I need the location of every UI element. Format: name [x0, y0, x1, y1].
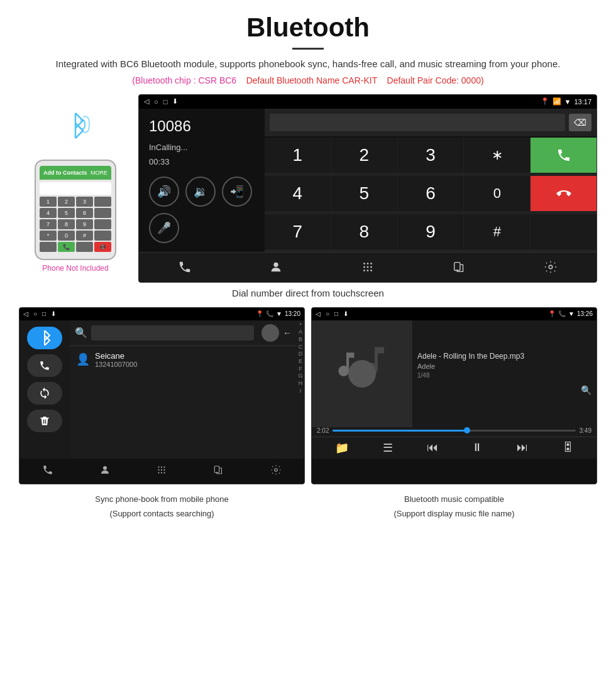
- pb-nav-transfer[interactable]: [213, 464, 224, 478]
- music-time-total: 3:49: [580, 427, 591, 434]
- bluetooth-icon-area: [57, 107, 94, 153]
- captions-row: Sync phone-book from mobile phone (Suppo…: [19, 491, 597, 521]
- phone-key-4[interactable]: 4: [40, 208, 57, 218]
- music-square-icon[interactable]: □: [334, 310, 338, 317]
- numpad-1[interactable]: 1: [265, 138, 331, 173]
- home-icon[interactable]: ○: [154, 98, 158, 106]
- dial-input-row: ⌫: [265, 109, 597, 136]
- phone-key-empty2: [94, 208, 111, 218]
- music-prev-button[interactable]: ⏮: [427, 441, 438, 454]
- music-back-icon[interactable]: ◁: [316, 310, 321, 317]
- numpad-2[interactable]: 2: [331, 138, 397, 173]
- pb-nav-contacts[interactable]: [99, 464, 111, 478]
- pb-nav-settings[interactable]: [270, 464, 282, 478]
- caption-phonebook: Sync phone-book from mobile phone (Suppo…: [19, 491, 305, 521]
- caption-music-line1: Bluetooth music compatible: [311, 494, 597, 505]
- numpad-zero[interactable]: 0: [464, 176, 530, 211]
- numpad-hash[interactable]: #: [464, 214, 530, 249]
- bluetooth-icon: [38, 330, 51, 346]
- svg-point-9: [367, 270, 369, 271]
- phone-label: Phone Not Included: [42, 264, 108, 273]
- pb-nav-dialpad[interactable]: [156, 464, 167, 478]
- music-eq-button[interactable]: 🎛: [562, 441, 573, 454]
- phone-key-1[interactable]: 1: [40, 197, 57, 207]
- music-next-button[interactable]: ⏭: [517, 441, 528, 454]
- back-icon[interactable]: ◁: [144, 97, 149, 106]
- pb-delete-btn[interactable]: [27, 410, 62, 432]
- numpad-call-button[interactable]: [531, 138, 597, 173]
- pb-bluetooth-btn[interactable]: [27, 327, 62, 349]
- music-status-time: 13:26: [577, 310, 593, 317]
- page-container: Bluetooth Integrated with BC6 Bluetooth …: [0, 0, 616, 533]
- dial-android-screen: ◁ ○ □ ⬇ 📍 📶 ▼ 13:17: [138, 94, 597, 283]
- phone-key-8[interactable]: 8: [58, 219, 75, 229]
- backspace-button[interactable]: ⌫: [569, 114, 591, 131]
- pb-search-bar[interactable]: [91, 325, 254, 340]
- numpad-5[interactable]: 5: [331, 176, 397, 211]
- svg-point-12: [549, 265, 553, 269]
- nav-contacts[interactable]: [263, 254, 289, 280]
- numpad-9[interactable]: 9: [398, 214, 464, 249]
- numpad-endcall-button[interactable]: [531, 176, 597, 211]
- music-folder-button[interactable]: 📁: [335, 441, 349, 455]
- volume-up-button[interactable]: 🔊: [149, 177, 179, 207]
- dial-input-field[interactable]: [270, 114, 565, 131]
- music-play-pause-button[interactable]: ⏸: [471, 441, 483, 454]
- numpad-8[interactable]: 8: [331, 214, 397, 249]
- pb-contact-row[interactable]: 👤 Seicane 13241007000: [70, 346, 297, 373]
- svg-point-8: [363, 270, 365, 271]
- phone-key-empty4: [94, 231, 111, 241]
- phone-key-endcall[interactable]: 📵: [94, 242, 111, 252]
- pb-wifi-icon: ▼: [276, 310, 282, 317]
- square-icon[interactable]: □: [163, 98, 168, 106]
- phone-key-5[interactable]: 5: [58, 208, 75, 218]
- volume-down-button[interactable]: 🔉: [185, 177, 216, 207]
- pb-nav-call[interactable]: [42, 464, 53, 478]
- phone-key-7[interactable]: 7: [40, 219, 57, 229]
- svg-point-1: [274, 263, 278, 267]
- phone-key-2[interactable]: 2: [58, 197, 75, 207]
- nav-call-log[interactable]: [172, 254, 197, 280]
- phone-key-star[interactable]: *: [40, 231, 57, 241]
- mic-button[interactable]: 🎤: [149, 213, 179, 243]
- pb-search-icon[interactable]: 🔍: [75, 327, 87, 339]
- music-status-bar: ◁ ○ □ ⬇ 📍 📞 ▼ 13:26: [312, 308, 597, 320]
- music-song-title: Adele - Rolling In the Deep.mp3: [417, 352, 591, 361]
- svg-point-15: [158, 466, 160, 467]
- pb-back-arrow[interactable]: ←: [283, 328, 292, 338]
- phone-key-3[interactable]: 3: [76, 197, 93, 207]
- caption-music: Bluetooth music compatible (Support disp…: [311, 491, 597, 521]
- music-playlist-button[interactable]: ☰: [383, 441, 393, 455]
- phone-key-hash[interactable]: #: [76, 231, 93, 241]
- nav-settings[interactable]: [538, 254, 563, 280]
- nav-transfer[interactable]: [447, 254, 472, 280]
- phone-key-0[interactable]: 0: [58, 231, 75, 241]
- music-search-button[interactable]: 🔍: [581, 385, 591, 395]
- numpad-3[interactable]: 3: [398, 138, 464, 173]
- pb-square-icon[interactable]: □: [42, 310, 46, 317]
- numpad-4[interactable]: 4: [265, 176, 331, 211]
- pb-call-btn[interactable]: [27, 354, 62, 377]
- bottom-two-panels: ◁ ○ □ ⬇ 📍 📞 ▼ 13:20: [19, 307, 597, 484]
- music-progress-bar[interactable]: [333, 430, 575, 432]
- title-divider: [292, 48, 324, 50]
- music-home-icon[interactable]: ○: [326, 310, 329, 317]
- pb-back-icon[interactable]: ◁: [23, 310, 28, 317]
- phone-key-call[interactable]: 📞: [58, 242, 75, 252]
- delete-icon: [39, 415, 50, 427]
- pb-home-icon[interactable]: ○: [33, 310, 37, 317]
- pb-sync-btn[interactable]: [27, 382, 62, 405]
- nav-dialpad[interactable]: [355, 254, 380, 280]
- transfer-button[interactable]: 📲: [222, 177, 252, 207]
- numpad-star[interactable]: ∗: [464, 138, 530, 173]
- music-location-icon: 📍: [548, 310, 556, 317]
- numpad-6[interactable]: 6: [398, 176, 464, 211]
- phone-key-6[interactable]: 6: [76, 208, 93, 218]
- call-status-icon: 📶: [553, 97, 561, 106]
- top-section: Add to Contacts MORE 1 2 3 4 5 6 7 8 9: [19, 94, 597, 283]
- phone-key-9[interactable]: 9: [76, 219, 93, 229]
- music-controls: 📁 ☰ ⏮ ⏸ ⏭ 🎛: [312, 437, 597, 459]
- svg-point-19: [161, 469, 162, 470]
- main-screen-wrap: ◁ ○ □ ⬇ 📍 📶 ▼ 13:17: [138, 94, 597, 283]
- numpad-7[interactable]: 7: [265, 214, 331, 249]
